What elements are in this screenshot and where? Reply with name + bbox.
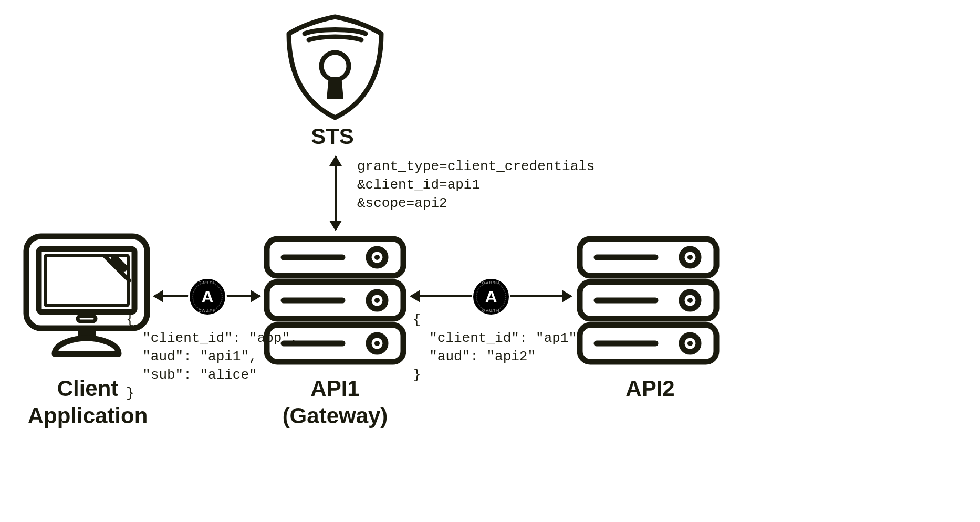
api1-label-line2: (Gateway) — [262, 403, 409, 429]
svg-rect-2 — [39, 249, 134, 312]
api2-server-icon — [575, 234, 722, 370]
svg-point-21 — [687, 255, 693, 260]
api2-label: API2 — [577, 376, 724, 401]
sts-request-params: grant_type=client_credentials &client_id… — [357, 158, 595, 213]
oauth-badge-2: OAUTH OAUTH — [472, 277, 510, 316]
svg-point-25 — [687, 298, 693, 303]
oauth-badge-1: OAUTH OAUTH — [188, 277, 227, 316]
svg-point-0 — [321, 53, 349, 80]
token1-json: { "client_id": "app", "aud": "api1", "su… — [126, 311, 298, 403]
svg-rect-4 — [78, 316, 96, 321]
arrow-sts-api1 — [335, 156, 337, 230]
svg-point-13 — [374, 298, 380, 303]
token2-json: { "client_id": "ap1", "aud": "api2" } — [413, 311, 585, 384]
sts-label: STS — [298, 124, 367, 149]
oauth-badge-text-top: OAUTH — [482, 281, 501, 285]
svg-point-9 — [374, 255, 380, 260]
client-label-line2: Application — [22, 403, 153, 429]
shield-icon — [277, 9, 393, 127]
svg-point-29 — [687, 341, 693, 346]
svg-point-17 — [374, 341, 380, 346]
oauth-badge-text-top: OAUTH — [199, 281, 217, 285]
